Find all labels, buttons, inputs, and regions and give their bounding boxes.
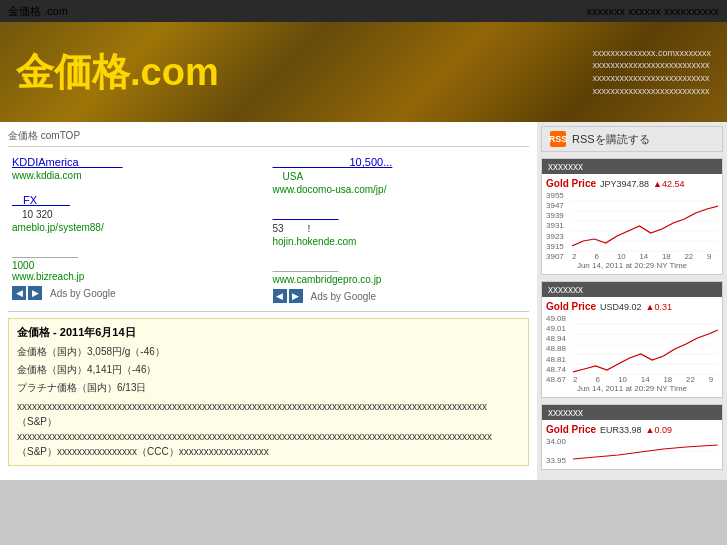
svg-rect-14	[573, 314, 718, 384]
chart-jpy-y-axis: 3955 3947 3939 3931 3923 3915 3907	[546, 191, 570, 261]
chart-jpy-price: JPY3947.88	[600, 179, 649, 189]
chart-eur-svg	[573, 437, 718, 465]
chart-eur-area: 34.00 33.95	[546, 437, 718, 465]
ad-prev-left[interactable]: ◀	[12, 286, 26, 300]
chart-usd-change: ▲0.31	[646, 302, 672, 312]
svg-text:18: 18	[662, 252, 671, 260]
news-item-3-text: プラチナ価格（国内）6/13日	[17, 382, 146, 393]
ad-url-6: www.cambridgepro.co.jp	[273, 274, 526, 285]
ad-link-4[interactable]	[273, 207, 526, 222]
svg-text:2: 2	[573, 375, 577, 383]
widget-gold-eur: xxxxxxx Gold Price EUR33.98 ▲0.09 34.00 …	[541, 404, 723, 470]
news-item-1-text: 金価格（国内）3,058円/g（-46）	[17, 346, 165, 357]
chart-usd-price: USD49.02	[600, 302, 642, 312]
chart-eur-change: ▲0.09	[646, 425, 672, 435]
news-title: 金価格 - 2011年6月14日	[17, 325, 520, 340]
section-divider	[8, 311, 529, 312]
chart-usd-gold-label: Gold Price	[546, 301, 596, 312]
ads-section: KDDIAmerica www.kddia.com FX 10 320 ameb…	[8, 153, 529, 305]
news-section: 金価格 - 2011年6月14日 金価格（国内）3,058円/g（-46） 金価…	[8, 318, 529, 466]
chart-usd-container: Gold Price USD49.02 ▲0.31 49.08 49.01 48…	[542, 297, 722, 397]
ad-link-5[interactable]	[12, 245, 265, 260]
top-bar: 金価格 .com xxxxxxx xxxxxx xxxxxxxxxx	[0, 0, 727, 22]
svg-rect-0	[572, 191, 718, 261]
ad-link-6[interactable]	[273, 259, 526, 274]
news-item-2-text: 金価格（国内）4,141円（-46）	[17, 364, 156, 375]
svg-text:9: 9	[707, 252, 711, 260]
chart-usd-footer: Jun 14, 2011 at 20:29 NY Time	[546, 384, 718, 393]
widget-gold-eur-header: xxxxxxx	[542, 405, 722, 420]
svg-text:22: 22	[684, 252, 693, 260]
news-long-text: xxxxxxxxxxxxxxxxxxxxxxxxxxxxxxxxxxxxxxxx…	[17, 399, 520, 459]
chart-eur-price: EUR33.98	[600, 425, 642, 435]
svg-text:2: 2	[572, 252, 576, 260]
rss-widget[interactable]: RSS RSSを購読する	[541, 126, 723, 152]
ad-link-3[interactable]: FX	[12, 193, 265, 208]
ad-desc-4: 53 ！	[273, 222, 526, 236]
ad-column-left: KDDIAmerica www.kddia.com FX 10 320 ameb…	[8, 153, 269, 305]
ad-controls-left: ◀ ▶ Ads by Google	[12, 286, 265, 300]
chart-usd-svg: 2 6 10 14 18 22 9	[573, 314, 718, 384]
widget-gold-usd-header: xxxxxxx	[542, 282, 722, 297]
chart-jpy-change: ▲42.54	[653, 179, 684, 189]
ad-controls-right: ◀ ▶ Ads by Google	[273, 289, 526, 303]
chart-eur-gold-label: Gold Price	[546, 424, 596, 435]
top-bar-right: xxxxxxx xxxxxx xxxxxxxxxx	[586, 5, 719, 17]
ad-sub-2: USA	[273, 170, 526, 184]
sidebar: RSS RSSを購読する xxxxxxx Gold Price JPY3947.…	[537, 122, 727, 480]
chart-jpy-footer: Jun 14, 2011 at 20:29 NY Time	[546, 261, 718, 270]
ad-url-2: www.docomo-usa.com/jp/	[273, 184, 526, 195]
widget-gold-usd: xxxxxxx Gold Price USD49.02 ▲0.31 49.08 …	[541, 281, 723, 398]
svg-text:14: 14	[641, 375, 650, 383]
ad-url-1: www.kddia.com	[12, 170, 265, 181]
chart-eur-header: Gold Price EUR33.98 ▲0.09	[546, 424, 718, 435]
chart-usd-y-axis: 49.08 49.01 48.94 48.88 48.81 48.74 48.6…	[546, 314, 571, 384]
chart-usd-area: 49.08 49.01 48.94 48.88 48.81 48.74 48.6…	[546, 314, 718, 384]
ad-url-5b: www.bizreach.jp	[12, 271, 265, 282]
widget-gold-jpy-header: xxxxxxx	[542, 159, 722, 174]
news-item-1: 金価格（国内）3,058円/g（-46）	[17, 344, 520, 359]
ad-next-left[interactable]: ▶	[28, 286, 42, 300]
ads-by-google-right: Ads by Google	[311, 291, 377, 302]
ad-url-3: ameblo.jp/system88/	[12, 222, 265, 233]
chart-eur-y-axis: 34.00 33.95	[546, 437, 571, 465]
ad-url-4: hojin.hokende.com	[273, 236, 526, 247]
content-area: 金価格 comTOP KDDIAmerica www.kddia.com FX …	[0, 122, 537, 480]
chart-jpy-svg: 2 6 10 14 18 22 9	[572, 191, 718, 261]
chart-jpy-container: Gold Price JPY3947.88 ▲42.54 3955 3947 3…	[542, 174, 722, 274]
svg-text:6: 6	[594, 252, 598, 260]
chart-eur-container: Gold Price EUR33.98 ▲0.09 34.00 33.95	[542, 420, 722, 469]
header-desc-text: xxxxxxxxxxxxxx.comxxxxxxxx xxxxxxxxxxxxx…	[592, 48, 711, 96]
svg-text:10: 10	[618, 375, 627, 383]
top-bar-left: 金価格 .com	[8, 4, 68, 19]
ad-link-2[interactable]: 10,500...	[273, 155, 526, 170]
rss-icon: RSS	[550, 131, 566, 147]
news-item-3: プラチナ価格（国内）6/13日	[17, 380, 520, 395]
ad-link-1[interactable]: KDDIAmerica	[12, 155, 265, 170]
breadcrumb: 金価格 comTOP	[8, 126, 529, 147]
svg-text:18: 18	[664, 375, 673, 383]
chart-jpy-area: 3955 3947 3939 3931 3923 3915 3907	[546, 191, 718, 261]
header-description: xxxxxxxxxxxxxx.comxxxxxxxx xxxxxxxxxxxxx…	[592, 47, 711, 97]
chart-usd-header: Gold Price USD49.02 ▲0.31	[546, 301, 718, 312]
ad-url-5: 1000	[12, 260, 265, 271]
site-title[interactable]: 金価格.com	[16, 47, 219, 98]
ads-by-google-left: Ads by Google	[50, 288, 116, 299]
header: 金価格.com xxxxxxxxxxxxxx.comxxxxxxxx xxxxx…	[0, 22, 727, 122]
rss-label: RSSを購読する	[572, 132, 650, 147]
ad-next-right[interactable]: ▶	[289, 289, 303, 303]
news-item-2: 金価格（国内）4,141円（-46）	[17, 362, 520, 377]
svg-text:9: 9	[709, 375, 713, 383]
svg-text:6: 6	[596, 375, 600, 383]
ad-prev-right[interactable]: ◀	[273, 289, 287, 303]
svg-text:10: 10	[617, 252, 626, 260]
svg-text:22: 22	[686, 375, 695, 383]
chart-jpy-header: Gold Price JPY3947.88 ▲42.54	[546, 178, 718, 189]
widget-gold-jpy: xxxxxxx Gold Price JPY3947.88 ▲42.54 395…	[541, 158, 723, 275]
main-wrapper: 金価格 comTOP KDDIAmerica www.kddia.com FX …	[0, 122, 727, 480]
svg-text:14: 14	[639, 252, 648, 260]
chart-jpy-gold-label: Gold Price	[546, 178, 596, 189]
ad-column-right: 10,500... USA www.docomo-usa.com/jp/ 53 …	[269, 153, 530, 305]
ad-desc-3: 10 320	[12, 208, 265, 222]
